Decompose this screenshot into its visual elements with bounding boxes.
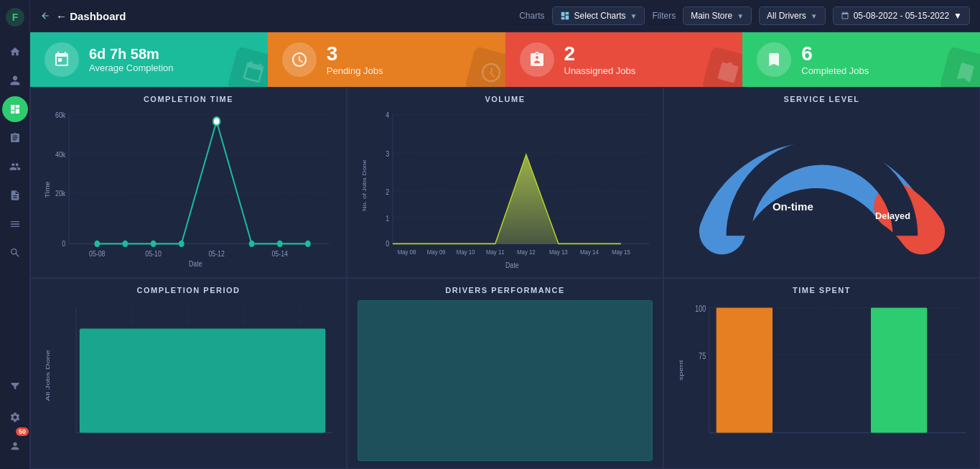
svg-text:May 15: May 15 — [612, 249, 630, 256]
svg-text:May 09: May 09 — [427, 249, 446, 256]
select-charts-label: Select Charts — [574, 11, 626, 21]
filter-icon[interactable] — [2, 373, 28, 399]
svg-text:spent: spent — [678, 360, 684, 381]
chevron-down-icon: ▼ — [630, 12, 638, 20]
reports-icon[interactable] — [2, 182, 28, 208]
svg-text:No. of Jobs Done: No. of Jobs Done — [360, 159, 367, 211]
search-icon[interactable] — [2, 240, 28, 266]
avg-completion-corner-icon — [227, 46, 268, 87]
back-button[interactable] — [40, 11, 50, 21]
svg-text:Delayed: Delayed — [875, 210, 910, 221]
date-range-picker[interactable]: 05-08-2022 - 05-15-2022 ▼ — [833, 6, 970, 25]
svg-text:May 12: May 12 — [517, 249, 536, 256]
pending-jobs-icon — [282, 42, 317, 77]
avg-completion-card: 6d 7h 58m Average Completion — [30, 32, 268, 87]
select-charts-dropdown[interactable]: Select Charts ▼ — [552, 6, 645, 25]
svg-text:On-time: On-time — [772, 200, 813, 213]
svg-point-21 — [179, 241, 185, 247]
home-icon[interactable] — [2, 39, 28, 65]
filters-label: Filters — [652, 11, 676, 21]
unassigned-jobs-label: Unassigned Jobs — [564, 65, 636, 76]
stats-row: 6d 7h 58m Average Completion 3 Pending J… — [30, 32, 980, 87]
svg-text:3: 3 — [386, 149, 389, 158]
svg-rect-66 — [871, 308, 927, 433]
svg-text:Date: Date — [189, 259, 202, 268]
svg-text:F: F — [11, 11, 18, 23]
store-dropdown[interactable]: Main Store ▼ — [683, 6, 752, 25]
drivers-label: All Drivers — [767, 11, 806, 21]
svg-point-23 — [249, 241, 255, 247]
svg-text:05-08: 05-08 — [89, 249, 105, 258]
unassigned-corner-icon — [702, 46, 743, 87]
team-icon[interactable] — [2, 154, 28, 180]
time-spent-body: 100 75 spent — [674, 297, 969, 464]
completed-corner-icon — [939, 46, 980, 87]
sidebar: F 50 — [0, 0, 30, 469]
avg-completion-label: Average Completion — [89, 62, 174, 73]
date-chevron-icon: ▼ — [953, 11, 962, 21]
completion-time-body: 60k 40k 20k 0 Time 05-08 05-10 05-12 05-… — [41, 106, 336, 273]
completed-jobs-number: 6 — [801, 44, 869, 64]
drivers-chevron-icon: ▼ — [811, 12, 818, 20]
pending-corner-icon — [465, 46, 505, 87]
svg-point-20 — [151, 241, 157, 247]
settings-icon[interactable] — [2, 404, 28, 430]
svg-text:40k: 40k — [55, 150, 65, 159]
svg-text:May 14: May 14 — [580, 249, 599, 256]
svg-text:May 10: May 10 — [457, 249, 475, 256]
svg-text:05-10: 05-10 — [145, 249, 161, 258]
notification-badge: 50 — [16, 427, 29, 436]
drivers-performance-body — [358, 300, 653, 461]
completed-jobs-icon — [757, 42, 791, 77]
store-label: Main Store — [691, 11, 732, 21]
completion-period-title: COMPLETION PERIOD — [41, 286, 336, 294]
time-spent-chart: TIME SPENT 100 75 spent — [663, 278, 980, 469]
svg-text:0: 0 — [62, 239, 65, 248]
pending-jobs-card: 3 Pending Jobs — [268, 32, 505, 87]
avg-completion-number: 6d 7h 58m — [89, 47, 174, 61]
pending-jobs-number: 3 — [327, 44, 383, 64]
service-level-body: On-time Delayed — [674, 106, 969, 273]
avg-completion-icon — [45, 42, 79, 77]
list-icon[interactable] — [2, 211, 28, 237]
svg-point-24 — [277, 241, 283, 247]
date-range-label: 05-08-2022 - 05-15-2022 — [854, 11, 949, 21]
completed-jobs-label: Completed Jobs — [801, 65, 869, 76]
completion-time-title: COMPLETION TIME — [41, 95, 336, 103]
completion-period-body: All Jobs Done — [41, 297, 336, 464]
svg-rect-65 — [717, 308, 773, 433]
store-chevron-icon: ▼ — [737, 12, 744, 20]
profile-icon[interactable] — [2, 433, 28, 459]
charts-label: Charts — [519, 11, 544, 21]
svg-point-22 — [213, 117, 220, 126]
svg-text:May 08: May 08 — [398, 249, 416, 256]
page-title: ← Dashboard — [56, 10, 126, 22]
svg-text:2: 2 — [386, 187, 389, 196]
service-level-chart: SERVICE LEVEL On-time Delayed — [663, 87, 980, 278]
sidebar-logo[interactable]: F — [5, 7, 25, 30]
completion-time-chart: COMPLETION TIME 60k 40k 20k 0 Time — [30, 87, 347, 278]
svg-text:0: 0 — [386, 239, 389, 248]
users-icon[interactable] — [2, 68, 28, 93]
volume-title: VOLUME — [358, 95, 653, 103]
drivers-performance-title: DRIVERS PERFORMANCE — [358, 286, 653, 294]
svg-text:May 13: May 13 — [549, 249, 568, 256]
svg-text:100: 100 — [695, 304, 706, 314]
drivers-dropdown[interactable]: All Drivers ▼ — [759, 6, 826, 25]
dashboard-icon[interactable] — [2, 96, 28, 122]
svg-text:05-14: 05-14 — [271, 249, 288, 258]
completion-period-chart: COMPLETION PERIOD All Jobs Done — [30, 278, 347, 469]
svg-point-2 — [13, 442, 17, 446]
clipboard-icon[interactable] — [2, 125, 28, 151]
svg-text:05-12: 05-12 — [208, 249, 224, 258]
svg-text:1: 1 — [386, 214, 389, 223]
svg-point-19 — [123, 241, 129, 247]
volume-body: 4 3 2 1 0 No. of Jobs Done May 08 May 09… — [358, 106, 653, 273]
unassigned-jobs-card: 2 Unassigned Jobs — [505, 32, 743, 87]
svg-text:Date: Date — [505, 261, 519, 269]
svg-text:60k: 60k — [55, 111, 65, 120]
charts-area: COMPLETION TIME 60k 40k 20k 0 Time — [30, 87, 980, 469]
svg-text:4: 4 — [386, 111, 389, 120]
svg-text:20k: 20k — [55, 190, 65, 198]
unassigned-jobs-icon — [520, 42, 554, 77]
